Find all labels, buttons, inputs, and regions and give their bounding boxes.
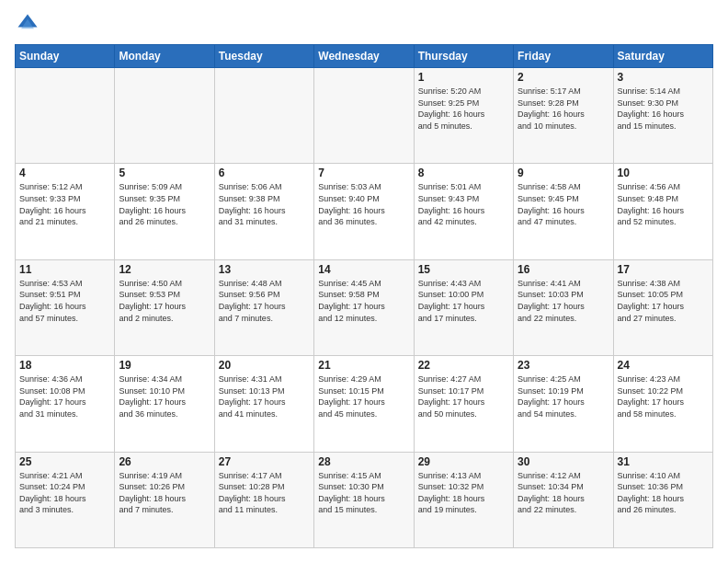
day-info: Sunrise: 4:58 AM Sunset: 9:45 PM Dayligh… [518, 181, 609, 227]
calendar-body: 1Sunrise: 5:20 AM Sunset: 9:25 PM Daylig… [16, 68, 713, 548]
day-info: Sunrise: 4:50 AM Sunset: 9:53 PM Dayligh… [119, 278, 210, 324]
day-cell: 23Sunrise: 4:25 AM Sunset: 10:19 PM Dayl… [514, 356, 613, 452]
day-number: 11 [19, 263, 110, 276]
day-info: Sunrise: 4:10 AM Sunset: 10:36 PM Daylig… [618, 470, 709, 516]
day-number: 15 [418, 263, 509, 276]
day-info: Sunrise: 4:15 AM Sunset: 10:30 PM Daylig… [318, 470, 409, 516]
day-number: 8 [418, 167, 509, 179]
day-info: Sunrise: 4:56 AM Sunset: 9:48 PM Dayligh… [618, 181, 709, 227]
day-info: Sunrise: 4:29 AM Sunset: 10:15 PM Daylig… [318, 373, 409, 419]
day-number: 14 [318, 263, 409, 276]
day-cell: 16Sunrise: 4:41 AM Sunset: 10:03 PM Dayl… [514, 259, 613, 355]
day-number: 28 [318, 455, 409, 468]
day-cell: 19Sunrise: 4:34 AM Sunset: 10:10 PM Dayl… [115, 356, 214, 452]
day-cell [16, 68, 115, 164]
day-number: 17 [618, 263, 709, 276]
header-cell-tuesday: Tuesday [214, 45, 313, 68]
day-number: 24 [618, 359, 709, 372]
day-info: Sunrise: 4:21 AM Sunset: 10:24 PM Daylig… [19, 470, 110, 516]
day-cell: 4Sunrise: 5:12 AM Sunset: 9:33 PM Daylig… [16, 164, 115, 259]
header-cell-monday: Monday [115, 45, 214, 68]
day-info: Sunrise: 4:53 AM Sunset: 9:51 PM Dayligh… [19, 278, 110, 324]
day-info: Sunrise: 5:06 AM Sunset: 9:38 PM Dayligh… [219, 181, 310, 227]
day-cell: 7Sunrise: 5:03 AM Sunset: 9:40 PM Daylig… [314, 164, 414, 259]
day-info: Sunrise: 4:41 AM Sunset: 10:03 PM Daylig… [518, 278, 609, 324]
day-cell: 31Sunrise: 4:10 AM Sunset: 10:36 PM Dayl… [613, 452, 712, 547]
week-row-5: 25Sunrise: 4:21 AM Sunset: 10:24 PM Dayl… [16, 452, 713, 547]
day-number: 19 [119, 359, 210, 372]
day-info: Sunrise: 4:43 AM Sunset: 10:00 PM Daylig… [418, 278, 509, 324]
week-row-3: 11Sunrise: 4:53 AM Sunset: 9:51 PM Dayli… [16, 259, 713, 355]
day-number: 18 [19, 359, 110, 372]
week-row-2: 4Sunrise: 5:12 AM Sunset: 9:33 PM Daylig… [16, 164, 713, 259]
day-number: 9 [518, 167, 609, 179]
day-cell: 22Sunrise: 4:27 AM Sunset: 10:17 PM Dayl… [414, 356, 513, 452]
day-info: Sunrise: 5:09 AM Sunset: 9:35 PM Dayligh… [119, 181, 210, 227]
day-info: Sunrise: 4:19 AM Sunset: 10:26 PM Daylig… [119, 470, 210, 516]
day-cell: 26Sunrise: 4:19 AM Sunset: 10:26 PM Dayl… [115, 452, 214, 547]
day-number: 25 [19, 455, 110, 468]
day-cell: 20Sunrise: 4:31 AM Sunset: 10:13 PM Dayl… [214, 356, 313, 452]
day-cell: 15Sunrise: 4:43 AM Sunset: 10:00 PM Dayl… [414, 259, 513, 355]
day-info: Sunrise: 4:17 AM Sunset: 10:28 PM Daylig… [219, 470, 310, 516]
day-cell: 29Sunrise: 4:13 AM Sunset: 10:32 PM Dayl… [414, 452, 513, 547]
day-cell: 8Sunrise: 5:01 AM Sunset: 9:43 PM Daylig… [414, 164, 513, 259]
day-info: Sunrise: 4:38 AM Sunset: 10:05 PM Daylig… [618, 278, 709, 324]
day-cell [314, 68, 414, 164]
day-cell: 13Sunrise: 4:48 AM Sunset: 9:56 PM Dayli… [214, 259, 313, 355]
day-info: Sunrise: 4:45 AM Sunset: 9:58 PM Dayligh… [318, 278, 409, 324]
day-number: 22 [418, 359, 509, 372]
day-cell: 28Sunrise: 4:15 AM Sunset: 10:30 PM Dayl… [314, 452, 414, 547]
day-info: Sunrise: 5:03 AM Sunset: 9:40 PM Dayligh… [318, 181, 409, 227]
day-cell: 9Sunrise: 4:58 AM Sunset: 9:45 PM Daylig… [514, 164, 613, 259]
day-info: Sunrise: 4:48 AM Sunset: 9:56 PM Dayligh… [219, 278, 310, 324]
day-cell: 6Sunrise: 5:06 AM Sunset: 9:38 PM Daylig… [214, 164, 313, 259]
day-cell: 12Sunrise: 4:50 AM Sunset: 9:53 PM Dayli… [115, 259, 214, 355]
day-cell: 10Sunrise: 4:56 AM Sunset: 9:48 PM Dayli… [613, 164, 712, 259]
day-info: Sunrise: 4:23 AM Sunset: 10:22 PM Daylig… [618, 373, 709, 419]
day-number: 6 [219, 167, 310, 179]
day-number: 26 [119, 455, 210, 468]
day-number: 27 [219, 455, 310, 468]
day-number: 23 [518, 359, 609, 372]
day-number: 29 [418, 455, 509, 468]
calendar-header: SundayMondayTuesdayWednesdayThursdayFrid… [16, 45, 713, 68]
day-cell [115, 68, 214, 164]
day-info: Sunrise: 4:34 AM Sunset: 10:10 PM Daylig… [119, 373, 210, 419]
day-number: 31 [618, 455, 709, 468]
week-row-1: 1Sunrise: 5:20 AM Sunset: 9:25 PM Daylig… [16, 68, 713, 164]
header-row: SundayMondayTuesdayWednesdayThursdayFrid… [16, 45, 713, 68]
day-info: Sunrise: 4:36 AM Sunset: 10:08 PM Daylig… [19, 373, 110, 419]
day-number: 2 [518, 71, 609, 84]
day-cell [214, 68, 313, 164]
day-info: Sunrise: 5:14 AM Sunset: 9:30 PM Dayligh… [618, 86, 709, 132]
header-cell-friday: Friday [514, 45, 613, 68]
day-number: 30 [518, 455, 609, 468]
day-number: 1 [418, 71, 509, 84]
day-cell: 21Sunrise: 4:29 AM Sunset: 10:15 PM Dayl… [314, 356, 414, 452]
day-cell: 17Sunrise: 4:38 AM Sunset: 10:05 PM Dayl… [613, 259, 712, 355]
day-cell: 11Sunrise: 4:53 AM Sunset: 9:51 PM Dayli… [16, 259, 115, 355]
day-cell: 25Sunrise: 4:21 AM Sunset: 10:24 PM Dayl… [16, 452, 115, 547]
header-cell-saturday: Saturday [613, 45, 712, 68]
day-number: 4 [19, 167, 110, 179]
day-number: 5 [119, 167, 210, 179]
day-cell: 3Sunrise: 5:14 AM Sunset: 9:30 PM Daylig… [613, 68, 712, 164]
day-number: 21 [318, 359, 409, 372]
day-number: 16 [518, 263, 609, 276]
day-info: Sunrise: 5:12 AM Sunset: 9:33 PM Dayligh… [19, 181, 110, 227]
header-cell-sunday: Sunday [16, 45, 115, 68]
day-cell: 18Sunrise: 4:36 AM Sunset: 10:08 PM Dayl… [16, 356, 115, 452]
day-number: 10 [618, 167, 709, 179]
day-info: Sunrise: 4:25 AM Sunset: 10:19 PM Daylig… [518, 373, 609, 419]
logo [15, 11, 44, 37]
day-number: 7 [318, 167, 409, 179]
day-info: Sunrise: 5:20 AM Sunset: 9:25 PM Dayligh… [418, 86, 509, 132]
day-info: Sunrise: 4:12 AM Sunset: 10:34 PM Daylig… [518, 470, 609, 516]
day-cell: 1Sunrise: 5:20 AM Sunset: 9:25 PM Daylig… [414, 68, 513, 164]
day-info: Sunrise: 4:13 AM Sunset: 10:32 PM Daylig… [418, 470, 509, 516]
calendar-table: SundayMondayTuesdayWednesdayThursdayFrid… [15, 44, 713, 548]
day-cell: 2Sunrise: 5:17 AM Sunset: 9:28 PM Daylig… [514, 68, 613, 164]
day-cell: 30Sunrise: 4:12 AM Sunset: 10:34 PM Dayl… [514, 452, 613, 547]
day-number: 13 [219, 263, 310, 276]
